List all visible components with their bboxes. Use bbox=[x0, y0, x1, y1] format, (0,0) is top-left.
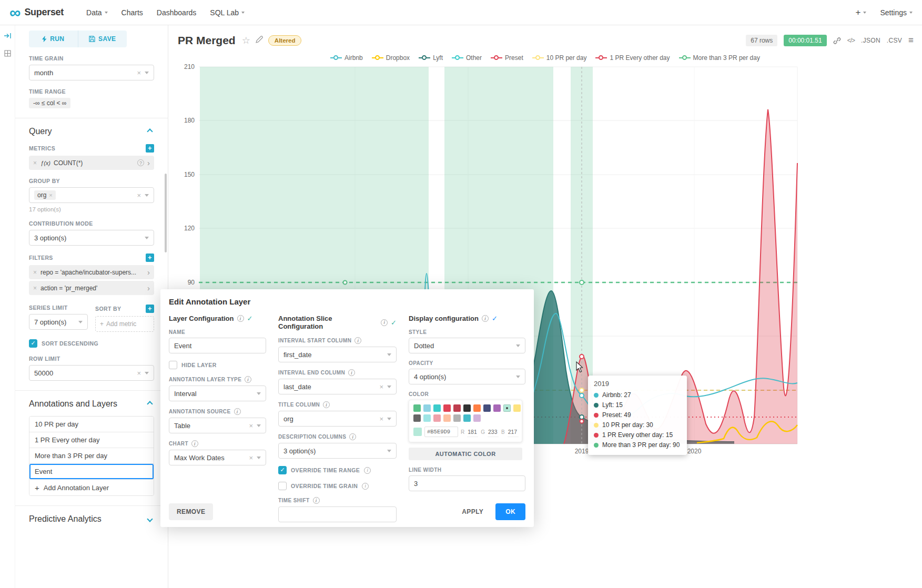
sort-descending-checkbox-row[interactable]: SORT DESCENDING bbox=[29, 339, 154, 348]
dataset-grid-icon[interactable] bbox=[4, 49, 11, 59]
color-swatch[interactable] bbox=[423, 404, 431, 412]
settings-menu-button[interactable]: Settings bbox=[880, 8, 913, 17]
row-limit-select[interactable]: 50000 bbox=[29, 365, 154, 381]
hide-layer-checkbox-row[interactable]: HIDE LAYER bbox=[169, 361, 266, 369]
color-swatch[interactable] bbox=[513, 404, 521, 412]
color-swatch[interactable] bbox=[443, 404, 451, 412]
automatic-color-button[interactable]: AUTOMATIC COLOR bbox=[409, 448, 522, 460]
nav-item-data[interactable]: Data bbox=[86, 8, 108, 17]
remove-button[interactable]: REMOVE bbox=[169, 503, 213, 520]
clear-icon[interactable] bbox=[137, 69, 141, 77]
export-json-button[interactable]: .JSON bbox=[861, 37, 880, 44]
blue-input[interactable] bbox=[508, 427, 519, 437]
hex-input[interactable] bbox=[424, 427, 458, 437]
favorite-star-icon[interactable] bbox=[242, 35, 250, 46]
interval-end-column-select[interactable]: last_date bbox=[278, 379, 397, 394]
legend-item[interactable]: 1 PR Every other day bbox=[595, 54, 670, 62]
color-swatch[interactable] bbox=[473, 404, 481, 412]
nav-item-charts[interactable]: Charts bbox=[121, 8, 143, 17]
add-filter-button[interactable] bbox=[146, 254, 154, 262]
opacity-select[interactable]: 4 option(s) bbox=[409, 369, 525, 384]
description-columns-select[interactable]: 3 option(s) bbox=[278, 443, 397, 459]
color-swatch[interactable] bbox=[433, 404, 441, 412]
override-time-range-checkbox[interactable] bbox=[278, 466, 287, 474]
annotation-layer-type-select[interactable]: Interval bbox=[169, 386, 266, 401]
run-button[interactable]: RUN bbox=[29, 31, 78, 47]
more-menu-icon[interactable] bbox=[908, 35, 914, 46]
annotation-layer-item[interactable]: 10 PR per day bbox=[29, 417, 154, 432]
clear-icon[interactable] bbox=[249, 422, 253, 430]
color-swatch[interactable] bbox=[453, 414, 461, 422]
remove-icon[interactable] bbox=[33, 159, 37, 167]
color-swatch[interactable] bbox=[443, 414, 451, 422]
line-width-input[interactable] bbox=[409, 475, 525, 491]
time-range-value[interactable]: -∞ ≤ col < ∞ bbox=[29, 98, 70, 108]
remove-icon[interactable] bbox=[33, 269, 37, 276]
filter-chip[interactable]: action = 'pr_merged' bbox=[29, 281, 154, 295]
color-swatch-selected[interactable] bbox=[503, 404, 511, 412]
chart-select[interactable]: Max Work Dates bbox=[169, 450, 266, 465]
override-time-grain-checkbox[interactable] bbox=[278, 482, 287, 490]
color-swatch[interactable] bbox=[463, 404, 471, 412]
override-time-range-row[interactable]: OVERRIDE TIME RANGE bbox=[278, 466, 397, 474]
filter-chip[interactable]: repo = 'apache/incubator-supers... bbox=[29, 265, 154, 279]
altered-badge[interactable]: Altered bbox=[268, 35, 302, 46]
color-swatch[interactable] bbox=[433, 414, 441, 422]
nav-item-sql-lab[interactable]: SQL Lab bbox=[210, 8, 245, 17]
ok-button[interactable]: OK bbox=[495, 503, 525, 520]
edit-pencil-icon[interactable] bbox=[256, 36, 263, 45]
green-input[interactable] bbox=[488, 427, 499, 437]
color-swatch[interactable] bbox=[473, 414, 481, 422]
add-annotation-layer-button[interactable]: Add Annotation Layer bbox=[29, 480, 154, 495]
override-time-grain-row[interactable]: OVERRIDE TIME GRAIN bbox=[278, 482, 397, 490]
export-csv-button[interactable]: .CSV bbox=[887, 37, 902, 44]
legend-item[interactable]: Other bbox=[452, 54, 482, 62]
legend-item[interactable]: 10 PR per day bbox=[532, 54, 587, 62]
clear-icon[interactable] bbox=[137, 369, 141, 377]
sort-descending-checkbox[interactable] bbox=[29, 339, 37, 348]
panel-scrollbar[interactable] bbox=[165, 174, 167, 252]
color-swatch[interactable] bbox=[423, 414, 431, 422]
group-by-tag[interactable]: org bbox=[34, 190, 56, 200]
nav-item-dashboards[interactable]: Dashboards bbox=[157, 8, 197, 17]
add-sort-metric-button[interactable] bbox=[146, 305, 154, 313]
time-grain-select[interactable]: month bbox=[29, 65, 154, 80]
clear-icon[interactable] bbox=[379, 383, 383, 391]
name-input[interactable] bbox=[169, 338, 266, 353]
predictive-analytics-section-header[interactable]: Predictive Analytics bbox=[29, 514, 154, 524]
remove-icon[interactable] bbox=[33, 285, 37, 292]
annotations-section-header[interactable]: Annotations and Layers bbox=[29, 399, 154, 409]
contribution-mode-select[interactable]: 3 option(s) bbox=[29, 230, 154, 246]
superset-logo[interactable]: Superset bbox=[9, 6, 64, 19]
series-limit-select[interactable]: 7 option(s) bbox=[29, 314, 88, 330]
color-swatch[interactable] bbox=[483, 404, 491, 412]
color-swatch[interactable] bbox=[463, 414, 471, 422]
copy-link-icon[interactable] bbox=[833, 37, 841, 45]
new-menu-button[interactable]: + bbox=[855, 7, 866, 18]
sort-by-add-metric[interactable]: Add metric bbox=[95, 316, 154, 332]
apply-button[interactable]: APPLY bbox=[454, 503, 491, 520]
clear-icon[interactable] bbox=[379, 415, 383, 423]
clear-icon[interactable] bbox=[249, 454, 253, 462]
red-input[interactable] bbox=[467, 427, 478, 437]
legend-item[interactable]: Lyft bbox=[419, 54, 443, 62]
annotation-source-select[interactable]: Table bbox=[169, 418, 266, 433]
clear-icon[interactable] bbox=[137, 191, 141, 199]
legend-item[interactable]: Preset bbox=[491, 54, 523, 62]
remove-tag-icon[interactable] bbox=[49, 192, 52, 198]
group-by-select[interactable]: org bbox=[29, 187, 154, 203]
color-swatch[interactable] bbox=[413, 414, 421, 422]
expand-datasource-icon[interactable] bbox=[4, 32, 11, 41]
style-select[interactable]: Dotted bbox=[409, 338, 525, 353]
annotation-layer-item[interactable]: 1 PR Every other day bbox=[29, 432, 154, 448]
query-section-header[interactable]: Query bbox=[29, 127, 154, 136]
color-swatch[interactable] bbox=[493, 404, 501, 412]
color-swatch[interactable] bbox=[453, 404, 461, 412]
hide-layer-checkbox[interactable] bbox=[169, 361, 177, 369]
legend-item[interactable]: Dropbox bbox=[372, 54, 410, 62]
color-swatch[interactable] bbox=[413, 404, 421, 412]
interval-start-column-select[interactable]: first_date bbox=[278, 347, 397, 362]
legend-item[interactable]: More than 3 PR per day bbox=[679, 54, 760, 62]
title-column-select[interactable]: org bbox=[278, 411, 397, 427]
save-button[interactable]: SAVE bbox=[78, 31, 127, 47]
